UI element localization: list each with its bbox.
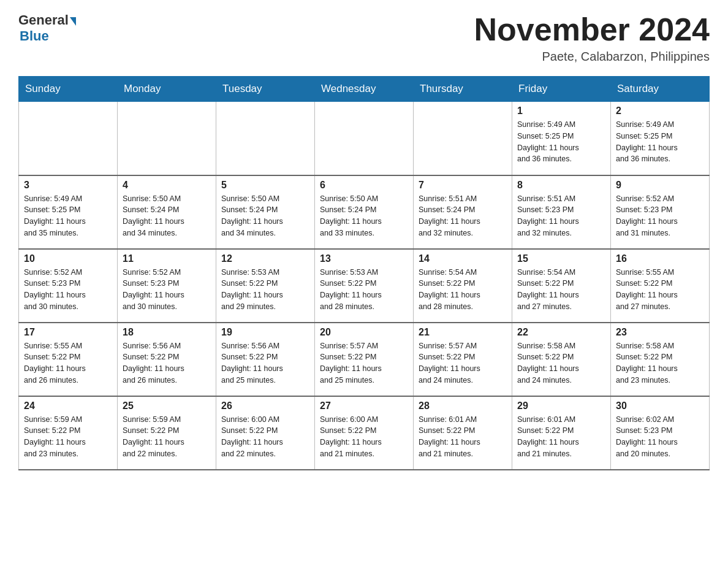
day-info: Sunrise: 5:49 AM Sunset: 5:25 PM Dayligh… [517, 119, 605, 165]
calendar-cell [216, 102, 315, 175]
calendar-cell: 15Sunrise: 5:54 AM Sunset: 5:22 PM Dayli… [512, 249, 611, 323]
calendar-header-monday: Monday [118, 77, 216, 102]
logo-arrow-icon [70, 17, 76, 26]
day-number: 3 [24, 180, 112, 191]
calendar-cell: 13Sunrise: 5:53 AM Sunset: 5:22 PM Dayli… [315, 249, 414, 323]
calendar-cell: 19Sunrise: 5:56 AM Sunset: 5:22 PM Dayli… [216, 323, 315, 396]
calendar-cell: 10Sunrise: 5:52 AM Sunset: 5:23 PM Dayli… [19, 249, 118, 323]
calendar-cell: 22Sunrise: 5:58 AM Sunset: 5:22 PM Dayli… [512, 323, 611, 396]
day-number: 30 [616, 400, 704, 412]
calendar-week-row: 3Sunrise: 5:49 AM Sunset: 5:25 PM Daylig… [19, 175, 710, 249]
day-number: 21 [419, 327, 507, 338]
day-number: 10 [24, 253, 112, 264]
calendar-week-row: 24Sunrise: 5:59 AM Sunset: 5:22 PM Dayli… [19, 396, 710, 470]
page-header: General Blue November 2024 Paete, Calaba… [18, 12, 710, 64]
calendar-header-friday: Friday [512, 77, 611, 102]
logo: General Blue [18, 12, 76, 44]
day-info: Sunrise: 5:58 AM Sunset: 5:22 PM Dayligh… [616, 340, 704, 386]
calendar-cell: 16Sunrise: 5:55 AM Sunset: 5:22 PM Dayli… [611, 249, 710, 323]
calendar-cell: 6Sunrise: 5:50 AM Sunset: 5:24 PM Daylig… [315, 175, 414, 249]
day-info: Sunrise: 5:55 AM Sunset: 5:22 PM Dayligh… [24, 340, 112, 386]
day-info: Sunrise: 6:00 AM Sunset: 5:22 PM Dayligh… [320, 414, 408, 460]
day-info: Sunrise: 5:56 AM Sunset: 5:22 PM Dayligh… [221, 340, 309, 386]
day-number: 1 [517, 105, 605, 117]
day-info: Sunrise: 5:53 AM Sunset: 5:22 PM Dayligh… [320, 267, 408, 313]
day-number: 19 [221, 327, 309, 338]
day-number: 4 [123, 180, 211, 191]
calendar-week-row: 10Sunrise: 5:52 AM Sunset: 5:23 PM Dayli… [19, 249, 710, 323]
day-info: Sunrise: 5:58 AM Sunset: 5:22 PM Dayligh… [517, 340, 605, 386]
calendar-cell: 1Sunrise: 5:49 AM Sunset: 5:25 PM Daylig… [512, 102, 611, 175]
logo-blue-text: Blue [20, 28, 49, 44]
calendar-cell: 8Sunrise: 5:51 AM Sunset: 5:23 PM Daylig… [512, 175, 611, 249]
day-info: Sunrise: 5:54 AM Sunset: 5:22 PM Dayligh… [517, 267, 605, 313]
day-number: 29 [517, 400, 605, 412]
calendar-week-row: 1Sunrise: 5:49 AM Sunset: 5:25 PM Daylig… [19, 102, 710, 175]
calendar-cell: 18Sunrise: 5:56 AM Sunset: 5:22 PM Dayli… [118, 323, 216, 396]
day-number: 23 [616, 327, 704, 338]
day-info: Sunrise: 6:00 AM Sunset: 5:22 PM Dayligh… [221, 414, 309, 460]
day-number: 11 [123, 253, 211, 264]
calendar-cell: 7Sunrise: 5:51 AM Sunset: 5:24 PM Daylig… [414, 175, 512, 249]
calendar-cell [118, 102, 216, 175]
day-number: 15 [517, 253, 605, 264]
day-number: 14 [419, 253, 507, 264]
day-info: Sunrise: 5:51 AM Sunset: 5:24 PM Dayligh… [419, 193, 507, 239]
location: Paete, Calabarzon, Philippines [474, 50, 710, 64]
calendar-cell: 25Sunrise: 5:59 AM Sunset: 5:22 PM Dayli… [118, 396, 216, 470]
day-number: 2 [616, 105, 704, 117]
calendar-cell: 17Sunrise: 5:55 AM Sunset: 5:22 PM Dayli… [19, 323, 118, 396]
day-info: Sunrise: 5:56 AM Sunset: 5:22 PM Dayligh… [123, 340, 211, 386]
logo-general-text: General [18, 12, 69, 28]
calendar-cell: 5Sunrise: 5:50 AM Sunset: 5:24 PM Daylig… [216, 175, 315, 249]
calendar-cell: 26Sunrise: 6:00 AM Sunset: 5:22 PM Dayli… [216, 396, 315, 470]
day-info: Sunrise: 5:52 AM Sunset: 5:23 PM Dayligh… [123, 267, 211, 313]
day-info: Sunrise: 5:50 AM Sunset: 5:24 PM Dayligh… [320, 193, 408, 239]
calendar-cell [315, 102, 414, 175]
day-info: Sunrise: 5:49 AM Sunset: 5:25 PM Dayligh… [24, 193, 112, 239]
day-number: 9 [616, 180, 704, 191]
day-info: Sunrise: 6:01 AM Sunset: 5:22 PM Dayligh… [419, 414, 507, 460]
calendar-cell: 27Sunrise: 6:00 AM Sunset: 5:22 PM Dayli… [315, 396, 414, 470]
day-info: Sunrise: 5:49 AM Sunset: 5:25 PM Dayligh… [616, 119, 704, 165]
day-info: Sunrise: 5:59 AM Sunset: 5:22 PM Dayligh… [123, 414, 211, 460]
day-number: 26 [221, 400, 309, 412]
calendar-cell: 12Sunrise: 5:53 AM Sunset: 5:22 PM Dayli… [216, 249, 315, 323]
day-number: 17 [24, 327, 112, 338]
calendar-header-sunday: Sunday [19, 77, 118, 102]
calendar-cell [19, 102, 118, 175]
day-number: 12 [221, 253, 309, 264]
calendar-header-row: SundayMondayTuesdayWednesdayThursdayFrid… [19, 77, 710, 102]
calendar-cell: 28Sunrise: 6:01 AM Sunset: 5:22 PM Dayli… [414, 396, 512, 470]
day-info: Sunrise: 5:57 AM Sunset: 5:22 PM Dayligh… [320, 340, 408, 386]
calendar-cell: 3Sunrise: 5:49 AM Sunset: 5:25 PM Daylig… [19, 175, 118, 249]
calendar-cell: 20Sunrise: 5:57 AM Sunset: 5:22 PM Dayli… [315, 323, 414, 396]
calendar-cell [414, 102, 512, 175]
day-number: 6 [320, 180, 408, 191]
calendar-cell: 21Sunrise: 5:57 AM Sunset: 5:22 PM Dayli… [414, 323, 512, 396]
calendar-cell: 23Sunrise: 5:58 AM Sunset: 5:22 PM Dayli… [611, 323, 710, 396]
day-info: Sunrise: 5:50 AM Sunset: 5:24 PM Dayligh… [221, 193, 309, 239]
calendar-week-row: 17Sunrise: 5:55 AM Sunset: 5:22 PM Dayli… [19, 323, 710, 396]
calendar-cell: 14Sunrise: 5:54 AM Sunset: 5:22 PM Dayli… [414, 249, 512, 323]
day-number: 5 [221, 180, 309, 191]
day-number: 7 [419, 180, 507, 191]
day-info: Sunrise: 6:01 AM Sunset: 5:22 PM Dayligh… [517, 414, 605, 460]
day-number: 27 [320, 400, 408, 412]
month-title: November 2024 [474, 12, 710, 47]
day-number: 18 [123, 327, 211, 338]
day-number: 16 [616, 253, 704, 264]
calendar-header-saturday: Saturday [611, 77, 710, 102]
day-number: 24 [24, 400, 112, 412]
day-info: Sunrise: 5:54 AM Sunset: 5:22 PM Dayligh… [419, 267, 507, 313]
day-info: Sunrise: 5:50 AM Sunset: 5:24 PM Dayligh… [123, 193, 211, 239]
day-info: Sunrise: 5:57 AM Sunset: 5:22 PM Dayligh… [419, 340, 507, 386]
day-info: Sunrise: 6:02 AM Sunset: 5:23 PM Dayligh… [616, 414, 704, 460]
calendar-header-thursday: Thursday [414, 77, 512, 102]
day-info: Sunrise: 5:55 AM Sunset: 5:22 PM Dayligh… [616, 267, 704, 313]
day-info: Sunrise: 5:52 AM Sunset: 5:23 PM Dayligh… [616, 193, 704, 239]
calendar-cell: 24Sunrise: 5:59 AM Sunset: 5:22 PM Dayli… [19, 396, 118, 470]
day-info: Sunrise: 5:59 AM Sunset: 5:22 PM Dayligh… [24, 414, 112, 460]
calendar-cell: 4Sunrise: 5:50 AM Sunset: 5:24 PM Daylig… [118, 175, 216, 249]
day-info: Sunrise: 5:53 AM Sunset: 5:22 PM Dayligh… [221, 267, 309, 313]
